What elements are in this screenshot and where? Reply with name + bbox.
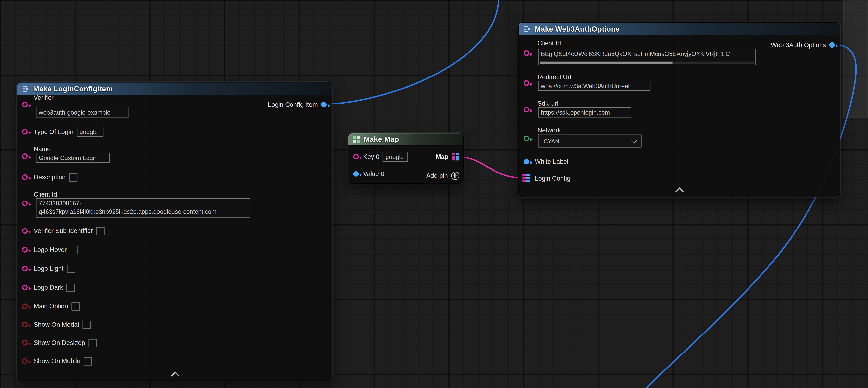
wire-map-to-login-config[interactable] xyxy=(458,157,521,178)
type-of-login-row: Type Of Login xyxy=(34,127,103,136)
w3a-client-id-pin[interactable] xyxy=(524,51,529,56)
w3a-client-id-label: Client Id xyxy=(537,40,561,47)
web3auth-options-output-pin[interactable] xyxy=(829,42,835,48)
show-on-mobile-row: Show On Mobile xyxy=(34,357,92,365)
client-id-line1: 774338308167- xyxy=(36,199,250,208)
main-option-checkbox[interactable] xyxy=(71,302,80,310)
map-output-label: Map xyxy=(436,153,448,160)
node-title: Make Map xyxy=(364,135,399,143)
logo-light-label: Logo Light xyxy=(34,265,63,272)
logo-hover-pin[interactable] xyxy=(22,247,28,252)
show-on-modal-checkbox[interactable] xyxy=(82,320,91,329)
description-label: Description xyxy=(34,174,66,181)
node-title: Make LoginConfigItem xyxy=(33,84,113,93)
make-struct-icon xyxy=(523,25,531,33)
redirect-url-input[interactable] xyxy=(538,81,650,91)
sdk-url-input[interactable] xyxy=(538,108,631,118)
verifier-sub-identifier-pin[interactable] xyxy=(22,228,28,234)
main-option-pin[interactable] xyxy=(22,303,28,309)
network-dropdown[interactable]: CYAN xyxy=(538,134,642,148)
show-on-desktop-checkbox[interactable] xyxy=(89,339,97,347)
web3auth-output-label: Web 3Auth Options xyxy=(771,41,826,48)
value-0-pin[interactable] xyxy=(353,171,359,177)
show-on-desktop-row: Show On Desktop xyxy=(34,338,97,347)
logo-dark-row: Logo Dark xyxy=(34,283,75,292)
client-id-textarea[interactable]: 774338308167- q463s7kpvja16l4l0kko3nb925… xyxy=(36,198,250,218)
name-pin[interactable] xyxy=(22,153,28,159)
show-on-modal-pin[interactable] xyxy=(22,322,28,327)
description-input-box[interactable] xyxy=(69,173,77,181)
add-pin-plus-icon[interactable] xyxy=(451,171,459,180)
network-dropdown-value: CYAN xyxy=(544,138,559,144)
name-label: Name xyxy=(34,146,51,152)
show-on-mobile-label: Show On Mobile xyxy=(34,358,81,364)
client-id-line2: q463s7kpvja16l4l0kko3nb925ikds2p.apps.go… xyxy=(36,208,250,216)
chevron-down-icon xyxy=(631,137,637,143)
logo-hover-label: Logo Hover xyxy=(34,246,67,253)
logo-dark-pin[interactable] xyxy=(22,285,28,290)
node-header-make-web3auth-options[interactable]: Make Web3AuthOptions xyxy=(519,23,840,35)
value-0-label: Value 0 xyxy=(363,171,384,177)
node-make-map[interactable]: Make Map Key 0 Map Value 0 Add pin xyxy=(348,133,464,184)
sdk-url-pin[interactable] xyxy=(524,107,529,112)
add-pin-label: Add pin xyxy=(426,172,448,179)
main-option-label: Main Option xyxy=(34,303,68,309)
show-on-desktop-label: Show On Desktop xyxy=(34,339,85,346)
logo-dark-input-box[interactable] xyxy=(66,283,75,292)
network-pin[interactable] xyxy=(524,136,529,141)
show-on-mobile-checkbox[interactable] xyxy=(84,357,92,365)
login-config-label: Login Config xyxy=(535,175,570,182)
type-of-login-label: Type Of Login xyxy=(34,128,73,135)
show-on-modal-row: Show On Modal xyxy=(34,320,91,329)
name-input[interactable] xyxy=(36,153,110,163)
key-0-input[interactable] xyxy=(383,152,408,162)
node-header-make-login-config-item[interactable]: Make LoginConfigItem xyxy=(17,82,332,95)
blueprint-graph-canvas[interactable]: Make LoginConfigItem Login Config Item V… xyxy=(0,0,868,388)
logo-light-pin[interactable] xyxy=(22,266,28,271)
logo-light-input-box[interactable] xyxy=(67,264,75,273)
verifier-input[interactable] xyxy=(36,107,129,117)
login-config-input-pin[interactable] xyxy=(523,175,530,182)
verifier-sub-identifier-label: Verifier Sub Identifier xyxy=(34,228,93,234)
make-struct-icon xyxy=(22,84,30,93)
verifier-label: Verifier xyxy=(34,94,54,101)
white-label-row: White Label xyxy=(535,157,568,166)
w3a-client-id-input[interactable]: BEglQSgt4cUWcj6SKRdu5QkOXTsePmMcusG5EAoy… xyxy=(538,49,756,65)
type-of-login-input[interactable] xyxy=(77,127,103,137)
show-on-desktop-pin[interactable] xyxy=(22,340,28,346)
verifier-sub-identifier-row: Verifier Sub Identifier xyxy=(34,227,104,235)
description-pin[interactable] xyxy=(22,175,28,180)
redirect-url-pin[interactable] xyxy=(524,80,529,86)
map-output-pin[interactable] xyxy=(452,153,459,160)
wire-login-config-item-out[interactable] xyxy=(323,0,499,104)
key-0-label: Key 0 xyxy=(363,153,379,160)
logo-hover-input-box[interactable] xyxy=(70,246,78,254)
output-row: Login Config Item xyxy=(268,100,327,109)
logo-hover-row: Logo Hover xyxy=(34,245,78,254)
verifier-sub-identifier-input-box[interactable] xyxy=(96,227,104,235)
node-header-make-map[interactable]: Make Map xyxy=(348,133,463,146)
hscroll-thumb[interactable] xyxy=(540,61,673,64)
hscroll-track[interactable] xyxy=(540,61,754,64)
value-0-row: Value 0 xyxy=(363,169,384,178)
key-0-pin[interactable] xyxy=(353,154,359,159)
node-make-login-config-item[interactable]: Make LoginConfigItem Login Config Item V… xyxy=(17,82,332,381)
show-on-mobile-pin[interactable] xyxy=(22,358,28,364)
client-id-pin[interactable] xyxy=(22,201,28,206)
client-id-label: Client Id xyxy=(34,191,57,198)
expand-pins-chevron-icon[interactable] xyxy=(675,187,684,196)
network-label: Network xyxy=(537,127,561,133)
white-label-label: White Label xyxy=(535,158,568,165)
map-icon xyxy=(352,136,360,143)
description-row: Description xyxy=(34,173,77,182)
redirect-url-label: Redirect Url xyxy=(537,74,571,81)
w3a-client-id-text: BEglQSgt4cUWcj6SKRdu5QkOXTsePmMcusG5EAoy… xyxy=(539,49,755,58)
comment-node-partial[interactable] xyxy=(843,0,868,118)
node-title: Make Web3AuthOptions xyxy=(535,25,620,33)
white-label-pin[interactable] xyxy=(524,159,529,165)
login-config-item-output-pin[interactable] xyxy=(321,102,327,108)
verifier-pin[interactable] xyxy=(22,102,28,108)
node-make-web3auth-options[interactable]: Make Web3AuthOptions Web 3Auth Options C… xyxy=(518,22,840,197)
type-of-login-pin[interactable] xyxy=(22,129,28,135)
expand-pins-chevron-icon[interactable] xyxy=(171,371,180,380)
